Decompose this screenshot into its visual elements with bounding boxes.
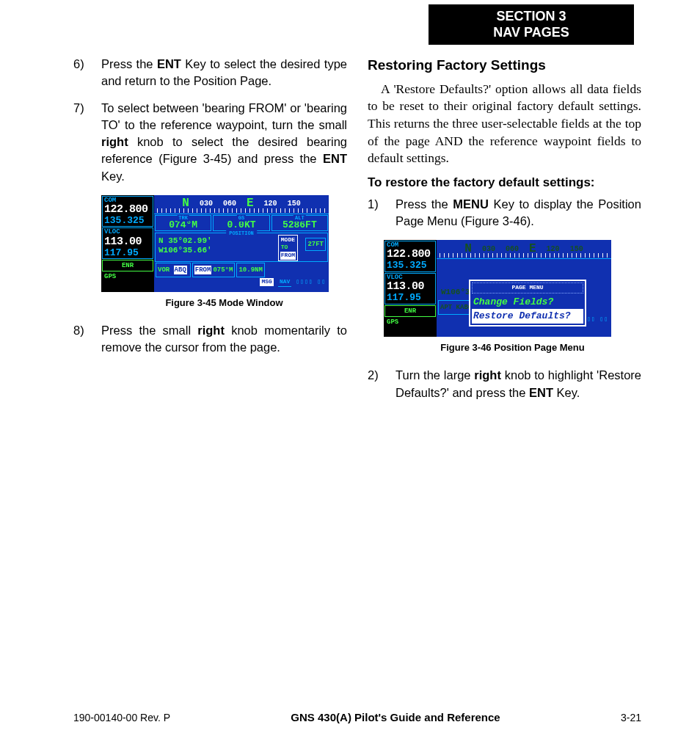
subheading-restore: To restore the factory default settings: <box>368 175 641 192</box>
footer-center: GNS 430(A) Pilot's Guide and Reference <box>291 711 500 723</box>
step-6: 6) Press the ENT Key to select the desir… <box>73 56 347 90</box>
menu-change-fields: Change Fields? <box>472 295 583 310</box>
mode-window: MODE TO FROM <box>278 235 298 261</box>
figure-3-45: COM 122.800 135.325 VLOC 113.00 117.95 E… <box>101 195 347 310</box>
heading-restoring: Restoring Factory Settings <box>368 56 641 75</box>
restoring-paragraph: A 'Restore Defaults?' option allows all … <box>368 81 641 167</box>
header-line2: NAV PAGES <box>458 25 605 41</box>
content: 6) Press the ENT Key to select the desir… <box>73 56 641 412</box>
caption-3-45: Figure 3-45 Mode Window <box>101 296 347 310</box>
footer-left: 190-00140-00 Rev. P <box>73 712 170 723</box>
figure-3-46: COM 122.800 135.325 VLOC 113.00 117.95 E… <box>384 240 641 354</box>
left-column: 6) Press the ENT Key to select the desir… <box>73 56 347 412</box>
header-line1: SECTION 3 <box>458 9 605 25</box>
gps-side-panel: COM 122.800 135.325 VLOC 113.00 117.95 E… <box>101 195 154 292</box>
page-menu-overlay: PAGE MENU Change Fields? Restore Default… <box>469 280 586 327</box>
step-7: 7) To select between 'bearing FROM' or '… <box>73 100 347 184</box>
section-header: SECTION 3 NAV PAGES <box>429 4 634 45</box>
menu-restore-defaults: Restore Defaults? <box>472 309 583 324</box>
step-8: 8) Press the small right knob momentaril… <box>73 322 347 356</box>
footer: 190-00140-00 Rev. P GNS 430(A) Pilot's G… <box>73 711 641 723</box>
gps-screen-1: COM 122.800 135.325 VLOC 113.00 117.95 E… <box>101 195 329 292</box>
step-r1: 1) Press the MENU Key to display the Pos… <box>368 196 641 230</box>
step-r2: 2) Turn the large right knob to highligh… <box>368 367 641 401</box>
caption-3-46: Figure 3-46 Position Page Menu <box>384 341 641 354</box>
footer-right: 3-21 <box>621 712 641 723</box>
compass-strip: N 030 060 E 120 150 <box>154 195 329 214</box>
gps-main-panel: N 030 060 E 120 150 TRK074°M GS0.0KT ALT… <box>154 195 329 292</box>
gps-screen-2: COM 122.800 135.325 VLOC 113.00 117.95 E… <box>384 240 611 337</box>
right-column: Restoring Factory Settings A 'Restore De… <box>368 56 641 412</box>
